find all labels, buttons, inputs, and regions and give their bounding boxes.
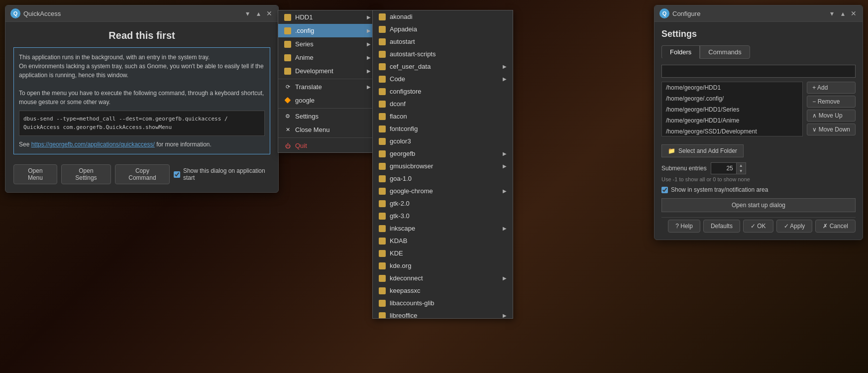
- menu-item-hdd1[interactable]: HDD1 ▶: [278, 10, 377, 24]
- hint-text: Use -1 to show all or 0 to show none: [661, 176, 856, 182]
- configure-maximize-button[interactable]: ▴: [839, 9, 847, 17]
- folder-icon: [284, 14, 291, 21]
- submenu-item-label: fontconfig: [390, 125, 418, 132]
- submenu-item-label: gtk-2.0: [390, 200, 410, 207]
- submenu-item-appadeia[interactable]: Appadeia: [373, 23, 513, 35]
- submenu-item-label: gtk-3.0: [390, 212, 410, 220]
- menu-separator: [278, 79, 377, 79]
- submenu-item-label: gcolor3: [390, 137, 411, 145]
- startup-button[interactable]: Open start up dialog: [661, 198, 856, 212]
- submenu-item-gtk3[interactable]: gtk-3.0: [373, 210, 513, 222]
- cancel-button[interactable]: ✗ Cancel: [815, 220, 856, 233]
- submenu-item-kdeconnect[interactable]: kdeconnect ▶: [373, 272, 513, 284]
- copy-command-button[interactable]: Copy Command: [115, 164, 170, 184]
- info-link[interactable]: https://georgefb.com/applications/quicka…: [31, 141, 155, 148]
- show-dialog-checkbox-label[interactable]: Show this dialog on application start: [174, 167, 270, 181]
- submenu-item-code[interactable]: Code ▶: [373, 73, 513, 85]
- spin-down-button[interactable]: ▼: [737, 168, 746, 174]
- menu-item-series[interactable]: Series ▶: [278, 37, 377, 51]
- quit-icon: ⏻: [284, 142, 291, 149]
- open-settings-button[interactable]: Open Settings: [61, 164, 111, 184]
- select-folder-label: Select and Add Folder: [678, 147, 737, 154]
- show-dialog-checkbox[interactable]: [174, 171, 180, 178]
- submenu-item-libreoffice[interactable]: libreoffice ▶: [373, 309, 513, 319]
- move-down-button[interactable]: ∨ Move Down: [807, 124, 856, 135]
- quickaccess-heading: Read this first: [13, 30, 270, 41]
- chevron-right-icon: ▶: [503, 64, 507, 69]
- submenu-item-label: inkscape: [390, 225, 415, 232]
- menu-item-quit[interactable]: ⏻ Quit: [278, 139, 377, 152]
- menu-item-settings[interactable]: ⚙ Settings: [278, 110, 377, 123]
- folder-icon: [379, 188, 386, 195]
- submenu-item-gcolor3[interactable]: gcolor3: [373, 135, 513, 147]
- maximize-button[interactable]: ▴: [254, 9, 262, 17]
- submenu-item-akonadi[interactable]: akonadi: [373, 10, 513, 23]
- move-up-button[interactable]: ∧ Move Up: [807, 110, 856, 122]
- open-menu-button[interactable]: Open Menu: [13, 164, 57, 184]
- submenu-item-label: configstore: [390, 88, 422, 95]
- submenu-item-goa[interactable]: goa-1.0: [373, 172, 513, 185]
- folder-list-item[interactable]: /home/george/HDD1: [662, 82, 802, 93]
- tab-folders[interactable]: Folders: [661, 45, 700, 59]
- submenu-entries-row: Submenu entries ▲ ▼: [661, 162, 856, 174]
- folder-list-item[interactable]: /home/george/HDD1/Anime: [662, 115, 802, 126]
- help-button[interactable]: ? Help: [668, 220, 700, 233]
- tray-checkbox[interactable]: [661, 187, 668, 193]
- submenu-item-kdeorg[interactable]: kde.org: [373, 259, 513, 272]
- submenu-item-kdab[interactable]: KDAB: [373, 235, 513, 247]
- add-button[interactable]: + Add: [807, 82, 856, 94]
- minimize-button[interactable]: ▾: [243, 9, 251, 17]
- submenu-item-label: georgefb: [390, 150, 415, 157]
- submenu-item-gtk2[interactable]: gtk-2.0: [373, 197, 513, 210]
- folder-icon: [379, 101, 386, 108]
- folder-icon: [379, 300, 386, 307]
- submenu-item-kde[interactable]: KDE: [373, 247, 513, 259]
- folder-list-item[interactable]: /home/george/SSD1/Development: [662, 126, 802, 136]
- folder-icon: [379, 175, 386, 182]
- menu-item-anime-label: Anime: [295, 54, 314, 61]
- spin-up-button[interactable]: ▲: [737, 163, 746, 168]
- menu-item-translate[interactable]: ⟳ Translate ▶: [278, 80, 377, 94]
- submenu-item-gmusicbrowser[interactable]: gmusicbrowser ▶: [373, 160, 513, 172]
- menu-item-config[interactable]: .config ▶: [278, 24, 377, 37]
- tray-checkbox-label[interactable]: Show in system tray/notification area: [671, 186, 768, 193]
- menu-item-anime[interactable]: Anime ▶: [278, 51, 377, 64]
- submenu-item-label: Appadeia: [390, 25, 417, 33]
- submenu-item-fontconfig[interactable]: fontconfig: [373, 123, 513, 135]
- submenu-item-autostart-scripts[interactable]: autostart-scripts: [373, 48, 513, 60]
- submenu-item-autostart[interactable]: autostart: [373, 35, 513, 48]
- folder-list-item[interactable]: /home/george/HDD1/Series: [662, 104, 802, 115]
- remove-button[interactable]: − Remove: [807, 96, 856, 108]
- submenu-item-google-chrome[interactable]: google-chrome ▶: [373, 185, 513, 197]
- apply-button[interactable]: ✓ Apply: [776, 220, 813, 233]
- configure-minimize-button[interactable]: ▾: [828, 9, 836, 17]
- submenu-item-cef[interactable]: cef_user_data ▶: [373, 60, 513, 73]
- folder-icon: [379, 88, 386, 95]
- tab-commands[interactable]: Commands: [700, 45, 750, 59]
- select-folder-button[interactable]: 📁 Select and Add Folder: [661, 144, 744, 157]
- submenu-item-libaccounts[interactable]: libaccounts-glib: [373, 297, 513, 309]
- submenu-item-keepassxc[interactable]: keepassxc: [373, 284, 513, 297]
- ok-button[interactable]: ✓ OK: [743, 220, 773, 233]
- submenu-entries-input[interactable]: [711, 163, 736, 174]
- number-input-wrapper: ▲ ▼: [711, 162, 746, 174]
- menu-item-close[interactable]: ✕ Close Menu: [278, 123, 377, 136]
- submenu-item-georgefb[interactable]: georgefb ▶: [373, 147, 513, 160]
- menu-item-quit-label: Quit: [295, 142, 307, 149]
- search-input[interactable]: [661, 65, 856, 78]
- submenu-item-configstore[interactable]: configstore: [373, 85, 513, 98]
- chevron-right-icon: ▶: [503, 226, 507, 231]
- submenu-item-inkscape[interactable]: inkscape ▶: [373, 222, 513, 235]
- close-button[interactable]: ✕: [265, 9, 273, 17]
- submenu-item-flacon[interactable]: flacon: [373, 110, 513, 123]
- configure-close-button[interactable]: ✕: [850, 9, 858, 17]
- submenu-item-label: KDE: [390, 249, 403, 257]
- menu-item-google[interactable]: 🔶 google: [278, 94, 377, 107]
- defaults-button[interactable]: Defaults: [703, 220, 740, 233]
- chevron-right-icon: ▶: [503, 76, 507, 82]
- folder-icon: [379, 262, 386, 269]
- submenu-item-dconf[interactable]: dconf: [373, 98, 513, 110]
- info-text-1: This application runs in the background,…: [19, 53, 265, 62]
- folder-list-item[interactable]: /home/george/.config/: [662, 93, 802, 104]
- menu-item-development[interactable]: Development ▶: [278, 64, 377, 78]
